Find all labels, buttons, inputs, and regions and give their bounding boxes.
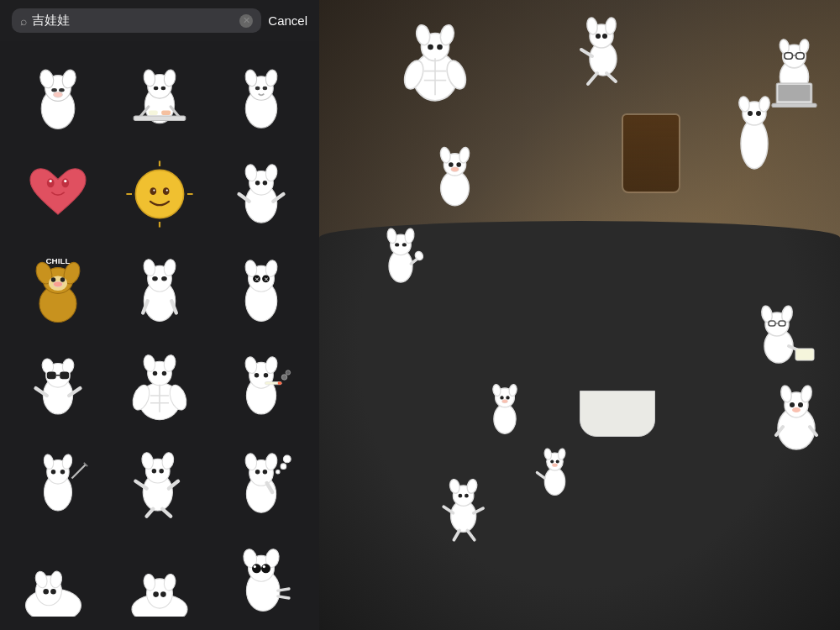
svg-point-132	[43, 589, 49, 595]
svg-point-4	[51, 88, 57, 92]
svg-point-133	[50, 589, 56, 595]
sticker-cell[interactable]	[213, 337, 311, 435]
svg-point-127	[284, 455, 291, 463]
sticker-cell[interactable]	[110, 241, 208, 339]
svg-point-144	[252, 564, 261, 573]
svg-point-5	[59, 88, 65, 92]
svg-point-26	[49, 179, 51, 181]
svg-point-104	[50, 470, 55, 474]
svg-rect-17	[161, 110, 171, 114]
svg-point-83	[153, 371, 157, 375]
svg-point-125	[276, 470, 280, 474]
svg-point-147	[263, 565, 265, 568]
svg-point-53	[53, 281, 62, 287]
sticker-search-panel: ⌕ ✕ Cancel	[0, 0, 319, 630]
svg-point-98	[282, 375, 288, 381]
sticker-cell[interactable]	[110, 48, 208, 146]
svg-point-139	[160, 591, 166, 597]
svg-point-94	[255, 373, 260, 378]
svg-text:✕: ✕	[264, 276, 269, 282]
sticker-cell[interactable]	[110, 433, 208, 532]
svg-line-106	[71, 465, 85, 478]
svg-point-145	[261, 564, 270, 573]
svg-point-23	[263, 86, 268, 89]
sticker-cell[interactable]: ✕ ✕	[213, 241, 311, 339]
sticker-cell-chill[interactable]: CHILL	[8, 241, 107, 339]
sticker-cell[interactable]	[110, 530, 208, 628]
svg-point-51	[50, 277, 55, 281]
svg-point-138	[153, 591, 159, 597]
sticker-cell[interactable]	[213, 144, 311, 243]
svg-point-24	[46, 178, 54, 187]
svg-rect-75	[60, 372, 69, 380]
svg-point-25	[61, 178, 69, 187]
search-bar: ⌕ ✕ Cancel	[0, 0, 319, 41]
svg-rect-15	[134, 116, 186, 120]
cancel-button[interactable]: Cancel	[268, 13, 307, 28]
svg-text:CHILL: CHILL	[45, 257, 70, 266]
sticker-cell[interactable]	[8, 530, 107, 628]
svg-point-123	[263, 470, 268, 475]
sticker-cell-sun[interactable]	[110, 144, 208, 243]
coffee-cup	[580, 391, 655, 437]
svg-point-58	[152, 276, 158, 281]
sticker-cell[interactable]	[8, 433, 107, 532]
sticker-cell[interactable]	[8, 48, 107, 146]
svg-point-122	[255, 470, 260, 475]
svg-rect-16	[149, 110, 158, 114]
svg-point-59	[161, 276, 167, 281]
search-input-wrap[interactable]: ⌕ ✕	[12, 8, 261, 33]
svg-point-112	[152, 469, 156, 473]
table-surface	[319, 221, 840, 631]
glass-drink	[622, 113, 680, 193]
svg-point-95	[264, 373, 269, 378]
svg-text:✕: ✕	[255, 276, 260, 282]
sticker-grid: CHILL	[0, 41, 319, 630]
search-icon: ⌕	[20, 14, 27, 28]
sticker-cell[interactable]	[213, 48, 311, 146]
svg-point-146	[254, 565, 256, 568]
sticker-cell[interactable]	[213, 530, 311, 628]
svg-point-84	[162, 371, 166, 375]
clear-button[interactable]: ✕	[239, 14, 253, 28]
svg-point-52	[60, 277, 64, 281]
svg-point-105	[60, 470, 64, 474]
svg-line-149	[278, 596, 289, 598]
svg-point-28	[135, 170, 183, 218]
svg-rect-97	[278, 382, 281, 385]
svg-point-6	[53, 92, 62, 97]
svg-point-42	[263, 181, 268, 186]
svg-point-35	[153, 189, 155, 191]
svg-point-12	[161, 86, 165, 89]
svg-point-99	[286, 370, 291, 375]
svg-point-126	[281, 464, 286, 470]
sticker-cell[interactable]	[213, 433, 311, 532]
svg-line-148	[278, 589, 289, 591]
svg-line-116	[147, 509, 154, 517]
svg-line-117	[162, 509, 171, 517]
svg-rect-74	[46, 372, 55, 380]
sticker-cell[interactable]	[8, 337, 107, 435]
photo-panel	[319, 0, 840, 630]
svg-point-33	[150, 187, 156, 195]
svg-point-113	[159, 469, 163, 473]
svg-point-36	[166, 189, 168, 191]
svg-point-11	[154, 86, 158, 89]
svg-point-34	[163, 187, 170, 195]
svg-point-27	[64, 179, 66, 181]
svg-point-22	[255, 86, 260, 89]
svg-point-41	[255, 181, 260, 186]
sticker-cell-heart[interactable]	[8, 144, 107, 243]
search-input[interactable]	[32, 13, 234, 28]
sticker-cell[interactable]	[110, 337, 208, 435]
